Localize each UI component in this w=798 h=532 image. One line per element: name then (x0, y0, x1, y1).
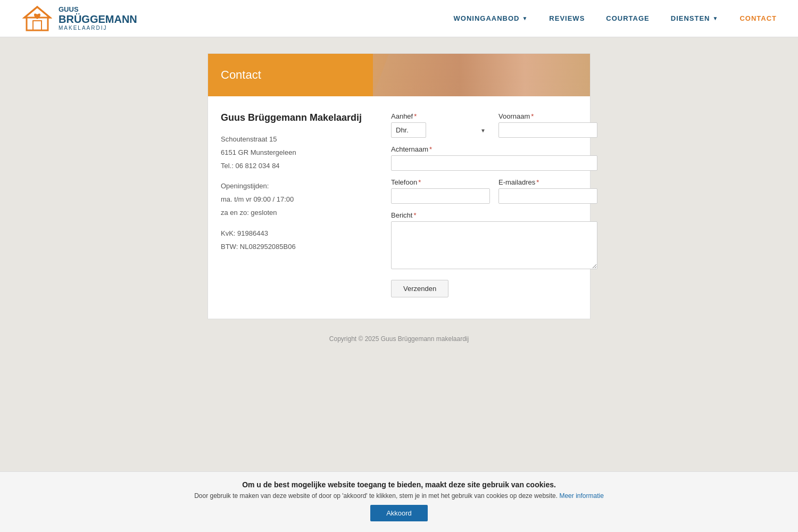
logo-makelaardij: Makelaardij (59, 25, 137, 31)
logo-link[interactable]: GUUS BRÜGGEMANN Makelaardij (21, 3, 137, 35)
form-row-1: Aanhef* Dhr. Mevr. Voornaam* (391, 112, 597, 138)
form-group-email: E-mailadres* (498, 178, 597, 204)
address-block: Schoutenstraat 15 6151 GR Munstergeleen … (221, 134, 370, 171)
nav-reviews[interactable]: REVIEWS (549, 14, 585, 22)
nav-woningaanbod[interactable]: WONINGAANBOD ▼ (454, 14, 528, 22)
svg-rect-2 (33, 21, 41, 30)
cookie-title: Om u de best mogelijke website toegang t… (21, 480, 777, 489)
submit-row: Verzenden (391, 277, 597, 297)
telefoon-label: Telefoon* (391, 178, 490, 186)
voornaam-label: Voornaam* (498, 112, 597, 120)
contact-info-block: Guus Brüggemann Makelaardij Schoutenstra… (221, 112, 370, 297)
company-name: Guus Brüggemann Makelaardij (221, 112, 370, 123)
form-group-achternaam: Achternaam* (391, 145, 597, 171)
nav-contact[interactable]: CONTACT (739, 14, 777, 22)
bericht-label: Bericht* (391, 211, 597, 219)
logo-bruggemann: BRÜGGEMANN (59, 13, 137, 25)
hero-photo-inner (373, 54, 590, 96)
submit-button[interactable]: Verzenden (391, 280, 448, 297)
hours-label: Openingstijden: (221, 181, 370, 192)
cookie-banner: Om u de best mogelijke website toegang t… (0, 471, 798, 532)
aanhef-label: Aanhef* (391, 112, 490, 120)
woningaanbod-arrow-icon: ▼ (522, 15, 528, 21)
hours-weekday: ma. t/m vr 09:00 / 17:00 (221, 194, 370, 205)
cookie-button-row: Akkoord (21, 500, 777, 521)
form-row-3: Telefoon* E-mailadres* (391, 178, 597, 204)
nav-links: WONINGAANBOD ▼ REVIEWS COURTAGE DIENSTEN… (454, 14, 777, 22)
copyright: Copyright © 2025 Guus Brüggemann makelaa… (21, 335, 777, 343)
aanhef-select[interactable]: Dhr. Mevr. (391, 122, 426, 138)
logo-guus: GUUS (59, 6, 137, 13)
voornaam-input[interactable] (498, 122, 597, 138)
form-section: Guus Brüggemann Makelaardij Schoutenstra… (208, 96, 590, 319)
nav-courtage[interactable]: COURTAGE (606, 14, 649, 22)
phone: Tel.: 06 812 034 84 (221, 161, 370, 172)
hero-orange-block: Contact (208, 54, 373, 96)
form-group-voornaam: Voornaam* (498, 112, 597, 138)
street: Schoutenstraat 15 (221, 134, 370, 145)
achternaam-input[interactable] (391, 155, 597, 171)
hero-photo (373, 54, 590, 96)
contact-form: Aanhef* Dhr. Mevr. Voornaam* (391, 112, 597, 297)
footer: Copyright © 2025 Guus Brüggemann makelaa… (0, 319, 798, 359)
email-label: E-mailadres* (498, 178, 597, 186)
cookie-accept-button[interactable]: Akkoord (370, 505, 428, 521)
legal-block: KvK: 91986443 BTW: NL082952085B06 (221, 228, 370, 253)
page-title: Contact (221, 68, 261, 82)
page-background: Contact Guus Brüggemann Makelaardij Scho… (0, 37, 798, 532)
city: 6151 GR Munstergeleen (221, 147, 370, 159)
main-card: Contact Guus Brüggemann Makelaardij Scho… (207, 53, 591, 319)
logo-text: GUUS BRÜGGEMANN Makelaardij (59, 6, 137, 31)
email-input[interactable] (498, 188, 597, 204)
navbar: GUUS BRÜGGEMANN Makelaardij WONINGAANBOD… (0, 0, 798, 37)
form-group-aanhef: Aanhef* Dhr. Mevr. (391, 112, 490, 138)
btw: BTW: NL082952085B06 (221, 242, 370, 253)
hero-banner: Contact (208, 54, 590, 96)
achternaam-label: Achternaam* (391, 145, 597, 153)
form-row-2: Achternaam* (391, 145, 597, 171)
hours-weekend: za en zo: gesloten (221, 207, 370, 219)
form-group-telefoon: Telefoon* (391, 178, 490, 204)
form-group-bericht: Bericht* (391, 211, 597, 269)
diensten-arrow-icon: ▼ (713, 15, 719, 21)
cookie-text: Door gebruik te maken van deze website o… (21, 492, 777, 500)
telefoon-input[interactable] (391, 188, 490, 204)
form-row-4: Bericht* (391, 211, 597, 269)
hours-block: Openingstijden: ma. t/m vr 09:00 / 17:00… (221, 181, 370, 218)
aanhef-select-wrapper: Dhr. Mevr. (391, 122, 490, 138)
nav-diensten[interactable]: DIENSTEN ▼ (671, 14, 719, 22)
cookie-more-info-link[interactable]: Meer informatie (559, 492, 603, 500)
logo-icon (21, 3, 53, 35)
kvk: KvK: 91986443 (221, 228, 370, 239)
bericht-textarea[interactable] (391, 221, 597, 269)
